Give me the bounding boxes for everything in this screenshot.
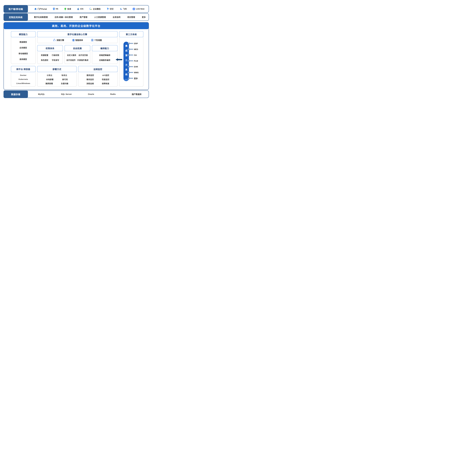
strip-clients: 客户端/移动端 门户Portal H5 安卓 iOS 企业微信 bbox=[3, 5, 149, 13]
panel-extension: 自由拓展 自定义服务 自开发页面 自开发组件 外部插件集成 bbox=[65, 45, 90, 64]
orchestration-item: 后端服务编排 bbox=[92, 59, 117, 61]
storage-item: Oracle bbox=[88, 93, 94, 95]
storage-item: SQL Server bbox=[61, 93, 72, 95]
panel-orchestration: 编排能力 前端逻辑编排 后端服务编排 bbox=[92, 45, 118, 64]
client-item-dingtalk: 钉钉 bbox=[106, 8, 114, 10]
apple-icon bbox=[77, 8, 79, 10]
storage-item: 国产数据库 bbox=[132, 93, 142, 96]
deployment-item: 集群部署 bbox=[46, 82, 53, 85]
deployment-item: 本地部署 bbox=[46, 78, 53, 81]
panel-deployment: 部署方式 公有云 私有云 本地部署 高可用 集群部署 负载 bbox=[37, 66, 77, 86]
engine-item-flow: 流程引擎 bbox=[53, 39, 64, 41]
third-party-label: MES bbox=[134, 48, 138, 51]
panel-title-text: 编排能力 bbox=[100, 47, 109, 50]
left-arrow-icon bbox=[128, 77, 133, 80]
client-item-portal: 门户Portal bbox=[34, 8, 47, 10]
panel-title-text: 部署方式 bbox=[52, 68, 61, 70]
integration-pill-text: 集成第三方系统 bbox=[125, 45, 128, 78]
panel-third-party: 第三方系统 集成第三方系统 ERP MES bbox=[119, 31, 143, 86]
panel-third-party-title: 第三方系统 bbox=[119, 31, 143, 37]
feishu-icon bbox=[119, 8, 122, 10]
client-item-wecom: 企业微信 bbox=[89, 8, 101, 10]
model-item: 报表模型 bbox=[11, 58, 35, 60]
third-party-row-wms: WMS bbox=[128, 70, 143, 75]
extension-item: 自开发页面 bbox=[79, 54, 88, 56]
panel-title-text: 模型能力 bbox=[19, 33, 28, 36]
strip-clients-label: 客户端/移动端 bbox=[3, 5, 28, 13]
platform-box: 高效、易用、开放的企业级数字化平台 模型能力 数据模型 应用模型 移动端模型 报… bbox=[3, 22, 149, 90]
third-party-label: 更多 bbox=[134, 77, 138, 80]
strip-custom-apps-label: 定制应用系统 bbox=[3, 13, 28, 21]
third-party-label: OA bbox=[134, 54, 137, 56]
extension-item: 外部插件集成 bbox=[77, 59, 88, 61]
engine-item-label: 流程引擎 bbox=[57, 39, 64, 41]
panel-title-text: 第三方系统 bbox=[126, 33, 137, 36]
architecture-diagram: 客户端/移动端 门户Portal H5 安卓 iOS 企业微信 bbox=[0, 0, 152, 104]
smart-form-icon bbox=[72, 39, 75, 41]
client-item-label: 企业微信 bbox=[93, 8, 101, 10]
ops-item: 故障恢复 bbox=[102, 82, 109, 85]
panel-extension-title: 自由拓展 bbox=[65, 45, 90, 51]
panel-title-text: 自由拓展 bbox=[73, 47, 82, 50]
panel-core-engine-title: 数字化建设核心引擎 bbox=[37, 31, 118, 37]
linknow-icon bbox=[133, 8, 135, 10]
third-party-row-ehr: EHR bbox=[128, 64, 143, 70]
permission-item: 字段读写 bbox=[52, 59, 59, 61]
panel-model-capability: 模型能力 数据模型 应用模型 移动端模型 报表模型 bbox=[11, 31, 36, 64]
strip-custom-apps: 定制应用系统 数字化采购管理 合同-档案一体化管理 资产管理 人力资源管理 业务… bbox=[3, 13, 149, 21]
flow-engine-icon bbox=[53, 39, 56, 41]
client-item-label: 钉钉 bbox=[110, 8, 114, 10]
panel-title-text: 跨平台 跨容器 bbox=[16, 68, 30, 70]
extension-item: 自开发组件 bbox=[66, 59, 76, 61]
client-item-label: Link Now bbox=[136, 8, 144, 10]
client-item-feishu: 飞书 bbox=[119, 8, 127, 10]
app-item: 数字化采购管理 bbox=[34, 16, 48, 18]
center-stack: 数字化建设核心引擎 流程引擎 智能表单 个性视图 bbox=[37, 31, 118, 64]
panel-ops-monitoring-body: 服务监控 API监控 事务监控 性能监控 流程运维 故障恢复 bbox=[78, 72, 117, 86]
client-item-label: iOS bbox=[80, 8, 83, 10]
ops-item: 性能监控 bbox=[102, 78, 109, 81]
strip-clients-label-text: 客户端/移动端 bbox=[8, 7, 23, 11]
app-item-more: 更多 bbox=[142, 16, 146, 18]
custom-view-icon bbox=[91, 39, 93, 41]
model-item: 应用模型 bbox=[11, 46, 35, 49]
panel-title-text: 数字化建设核心引擎 bbox=[68, 33, 87, 36]
third-party-label: ERP bbox=[134, 42, 138, 45]
extension-item: 自定义服务 bbox=[67, 54, 76, 56]
app-item: 资产管理 bbox=[80, 16, 87, 18]
model-item: 移动端模型 bbox=[11, 52, 35, 55]
third-party-label: EHR bbox=[134, 66, 138, 68]
deployment-item: 负载均衡 bbox=[61, 82, 68, 85]
cross-platform-item: Linux/Windows bbox=[11, 82, 35, 85]
deployment-item: 高可用 bbox=[62, 78, 68, 81]
deploy-ops-row: 部署方式 公有云 私有云 本地部署 高可用 集群部署 负载 bbox=[37, 66, 118, 86]
ops-item: 服务监控 bbox=[87, 74, 94, 76]
third-party-row-mes: MES bbox=[128, 47, 143, 52]
permission-item: 行级权限 bbox=[52, 54, 59, 56]
cross-platform-item: Kubernets bbox=[11, 78, 35, 80]
panel-permission-body: 资源配置 行级权限 角色授权 字段读写 bbox=[37, 51, 63, 64]
client-item-label: H5 bbox=[56, 8, 58, 10]
third-party-row-oa: OA bbox=[128, 52, 143, 58]
platform-banner-title: 高效、易用、开放的企业级数字化平台 bbox=[52, 24, 101, 28]
panel-cross-platform-title: 跨平台 跨容器 bbox=[11, 66, 36, 72]
app-item: 人力资源管理 bbox=[94, 16, 106, 18]
engine-item-form: 智能表单 bbox=[72, 39, 83, 41]
panel-model-capability-title: 模型能力 bbox=[11, 31, 36, 37]
app-item: 项目管理 bbox=[127, 16, 135, 18]
panel-orchestration-title: 编排能力 bbox=[92, 45, 118, 51]
left-arrow-icon bbox=[128, 71, 133, 74]
third-party-systems: ERP MES OA PLM bbox=[128, 41, 143, 81]
integration-dark-arrow-icon bbox=[116, 58, 122, 61]
panel-title-text: 权限体系 bbox=[46, 47, 54, 50]
third-party-row-plm: PLM bbox=[128, 58, 143, 64]
client-item-label: 飞书 bbox=[123, 8, 127, 10]
third-party-label: PLM bbox=[134, 60, 138, 62]
permission-item: 资源配置 bbox=[41, 54, 48, 56]
strip-data-storage-items: MySQL SQL Server Oracle Redis 国产数据库 bbox=[28, 91, 149, 98]
left-arrow-icon bbox=[128, 60, 133, 62]
capability-row: 权限体系 资源配置 行级权限 角色授权 字段读写 bbox=[37, 45, 118, 64]
wecom-icon bbox=[89, 8, 92, 10]
client-item-label: 门户Portal bbox=[38, 8, 47, 10]
dingtalk-icon bbox=[106, 8, 109, 10]
